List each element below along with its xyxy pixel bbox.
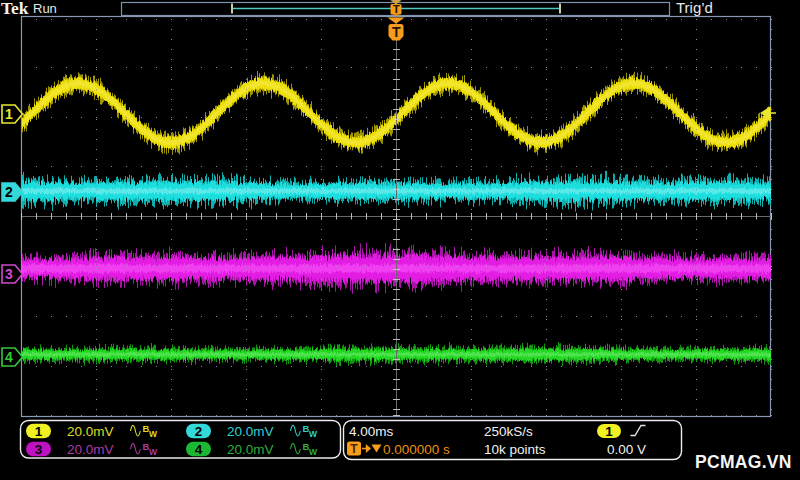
svg-text:T: T	[350, 442, 358, 456]
svg-text:3: 3	[35, 442, 43, 457]
svg-text:W: W	[309, 429, 318, 439]
svg-text:0.00 V: 0.00 V	[607, 442, 646, 457]
svg-text:Trig’d: Trig’d	[676, 0, 713, 16]
svg-text:4: 4	[5, 349, 13, 365]
svg-text:1: 1	[5, 106, 13, 122]
svg-text:10k points: 10k points	[484, 442, 546, 457]
svg-text:4.00ms: 4.00ms	[349, 424, 394, 439]
svg-text:1: 1	[605, 424, 613, 439]
svg-text:20.0mV: 20.0mV	[227, 442, 274, 457]
svg-text:W: W	[309, 447, 318, 457]
svg-text:T: T	[392, 24, 401, 40]
svg-text:2: 2	[195, 424, 203, 439]
svg-text:4: 4	[195, 442, 203, 457]
svg-text:0.000000 s: 0.000000 s	[383, 442, 450, 457]
svg-text:Tek: Tek	[1, 0, 29, 18]
svg-text:3: 3	[5, 266, 13, 282]
svg-text:1: 1	[35, 424, 43, 439]
svg-text:Run: Run	[33, 1, 57, 16]
svg-text:PCMAG.VN: PCMAG.VN	[695, 452, 792, 472]
svg-text:2: 2	[5, 184, 13, 200]
svg-text:W: W	[149, 447, 158, 457]
svg-text:250kS/s: 250kS/s	[484, 424, 533, 439]
svg-text:T: T	[393, 3, 400, 15]
svg-text:20.0mV: 20.0mV	[67, 442, 114, 457]
svg-text:20.0mV: 20.0mV	[227, 424, 274, 439]
svg-text:20.0mV: 20.0mV	[67, 424, 114, 439]
svg-text:W: W	[149, 429, 158, 439]
